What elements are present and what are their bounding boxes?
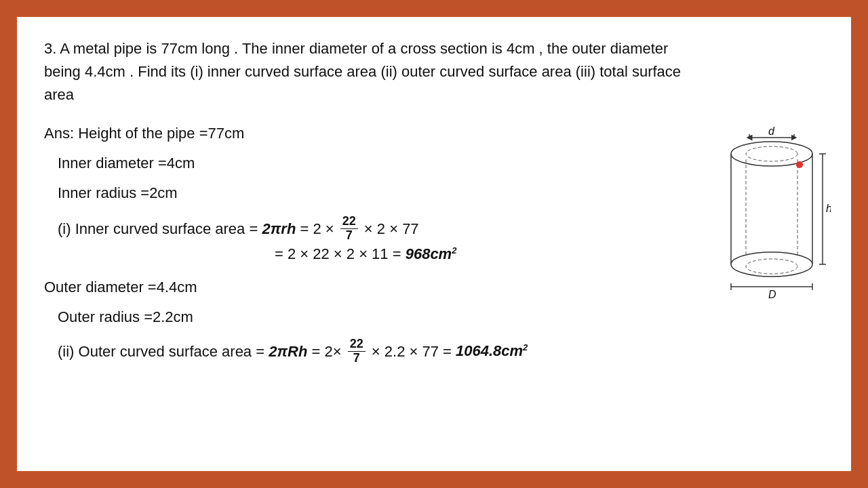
svg-point-7	[746, 259, 797, 274]
svg-point-1	[746, 146, 797, 161]
svg-text:h: h	[826, 203, 831, 214]
part-ii-line: (ii) Outer curved surface area = 2πRh = …	[58, 338, 824, 365]
part-i-line: (i) Inner curved surface area = 2πrh = 2…	[58, 215, 824, 243]
answer-block: Ans: Height of the pipe =77cm Inner diam…	[44, 119, 824, 208]
question-text: 3. A metal pipe is 77cm long . The inner…	[44, 37, 688, 106]
fraction-22-7: 22 7	[340, 215, 358, 243]
svg-text:D: D	[768, 289, 776, 300]
svg-text:d: d	[768, 125, 775, 137]
outer-radius-line: Outer radius =2.2cm	[58, 302, 824, 332]
inner-diameter-line: Inner diameter =4cm	[58, 148, 824, 178]
question-content: 3. A metal pipe is 77cm long . The inner…	[44, 40, 681, 103]
cylinder-diagram: d D h	[715, 119, 831, 302]
content-area: 3. A metal pipe is 77cm long . The inner…	[17, 17, 851, 471]
outer-diameter-line: Outer diameter =4.4cm	[44, 272, 824, 302]
inner-radius-line: Inner radius =2cm	[58, 178, 824, 208]
fraction-22-7-b: 22 7	[348, 338, 366, 365]
svg-point-20	[796, 161, 803, 168]
outer-block: Outer diameter =4.4cm Outer radius =2.2c…	[44, 272, 824, 332]
cylinder-svg: d D h	[715, 119, 831, 302]
height-line: Ans: Height of the pipe =77cm	[44, 119, 824, 148]
